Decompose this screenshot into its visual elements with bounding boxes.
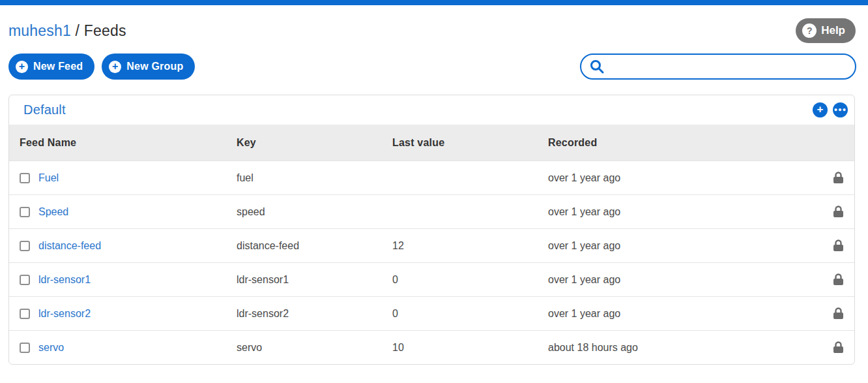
feed-recorded: over 1 year ago (548, 206, 811, 218)
feed-key: distance-feed (237, 240, 392, 252)
new-group-button[interactable]: + New Group (102, 54, 195, 80)
feed-privacy-cell (811, 341, 844, 354)
lock-icon (833, 307, 844, 320)
feed-recorded: about 18 hours ago (548, 342, 811, 354)
new-feed-button-label: New Feed (33, 61, 83, 72)
feed-privacy-cell (811, 172, 844, 184)
lock-icon (833, 341, 844, 354)
column-header-key: Key (237, 137, 392, 149)
feed-key: speed (237, 206, 392, 218)
feed-name-cell: ldr-sensor1 (20, 274, 237, 286)
feed-name-cell: Speed (20, 206, 237, 218)
plus-icon: + (817, 104, 824, 115)
feed-key: fuel (237, 172, 392, 184)
group-title-link[interactable]: Default (23, 102, 66, 117)
table-header-row: Feed Name Key Last value Recorded (9, 125, 854, 161)
action-buttons: + New Feed + New Group (8, 54, 195, 80)
feed-last-value: 10 (392, 342, 548, 354)
feed-name-cell: ldr-sensor2 (20, 308, 237, 320)
feed-name-link[interactable]: ldr-sensor2 (38, 308, 91, 320)
search-container (580, 54, 856, 80)
feed-last-value: 12 (392, 240, 548, 252)
feed-privacy-cell (811, 239, 844, 252)
group-card-actions: + ●●● (813, 102, 848, 117)
row-checkbox[interactable] (20, 241, 30, 251)
breadcrumb-user-link[interactable]: muhesh1 (8, 22, 71, 39)
page-title: Feeds (84, 22, 126, 39)
feed-last-value: 0 (392, 308, 548, 320)
lock-icon (833, 172, 844, 184)
row-checkbox[interactable] (20, 275, 30, 285)
feed-key: servo (237, 342, 392, 354)
feed-privacy-cell (811, 273, 844, 286)
feed-name-link[interactable]: Speed (38, 206, 68, 218)
feed-name-cell: servo (20, 342, 237, 354)
lock-icon (833, 273, 844, 286)
question-icon: ? (802, 23, 817, 38)
feeds-group-card: Default + ●●● Feed Name Key Last value R… (8, 95, 855, 365)
feed-recorded: over 1 year ago (548, 274, 811, 286)
table-row: servo servo 10 about 18 hours ago (9, 330, 854, 364)
column-header-last-value: Last value (392, 137, 548, 149)
table-row: Fuel fuel over 1 year ago (9, 161, 854, 194)
feed-name-link[interactable]: servo (38, 342, 64, 354)
feed-name-cell: Fuel (20, 172, 237, 184)
help-button-label: Help (821, 24, 845, 37)
top-accent-bar (0, 0, 868, 5)
page-header: muhesh1 / Feeds ? Help (0, 5, 868, 43)
table-row: distance-feed distance-feed 12 over 1 ye… (9, 228, 854, 262)
feed-name-link[interactable]: distance-feed (38, 240, 101, 252)
group-menu-button[interactable]: ●●● (833, 102, 848, 117)
table-row: ldr-sensor1 ldr-sensor1 0 over 1 year ag… (9, 262, 854, 296)
feed-key: ldr-sensor1 (237, 274, 392, 286)
add-feed-to-group-button[interactable]: + (813, 102, 828, 117)
breadcrumb: muhesh1 / Feeds (8, 22, 126, 40)
column-header-recorded: Recorded (548, 137, 811, 149)
row-checkbox[interactable] (20, 207, 30, 217)
feed-privacy-cell (811, 206, 844, 218)
feed-name-link[interactable]: ldr-sensor1 (38, 274, 91, 286)
group-card-header: Default + ●●● (9, 95, 854, 125)
search-input[interactable] (580, 54, 856, 80)
breadcrumb-separator: / (71, 22, 84, 39)
new-group-button-label: New Group (126, 61, 183, 72)
feed-name-cell: distance-feed (20, 240, 237, 252)
lock-icon (833, 206, 844, 218)
column-header-feed-name: Feed Name (20, 137, 237, 149)
feed-rows: Fuel fuel over 1 year ago Speed speed ov… (9, 161, 854, 364)
feed-recorded: over 1 year ago (548, 172, 811, 184)
help-button[interactable]: ? Help (796, 18, 856, 43)
ellipsis-icon: ●●● (834, 107, 846, 113)
feed-recorded: over 1 year ago (548, 308, 811, 320)
plus-icon: + (109, 61, 121, 73)
feed-privacy-cell (811, 307, 844, 320)
feed-last-value: 0 (392, 274, 548, 286)
table-row: Speed speed over 1 year ago (9, 194, 854, 228)
toolbar: + New Feed + New Group (0, 43, 868, 80)
feed-recorded: over 1 year ago (548, 240, 811, 252)
row-checkbox[interactable] (20, 309, 30, 319)
feed-key: ldr-sensor2 (237, 308, 392, 320)
feed-name-link[interactable]: Fuel (38, 172, 59, 184)
plus-icon: + (16, 61, 28, 73)
row-checkbox[interactable] (20, 343, 30, 353)
table-row: ldr-sensor2 ldr-sensor2 0 over 1 year ag… (9, 296, 854, 330)
lock-icon (833, 239, 844, 252)
row-checkbox[interactable] (20, 173, 30, 183)
new-feed-button[interactable]: + New Feed (8, 54, 94, 80)
